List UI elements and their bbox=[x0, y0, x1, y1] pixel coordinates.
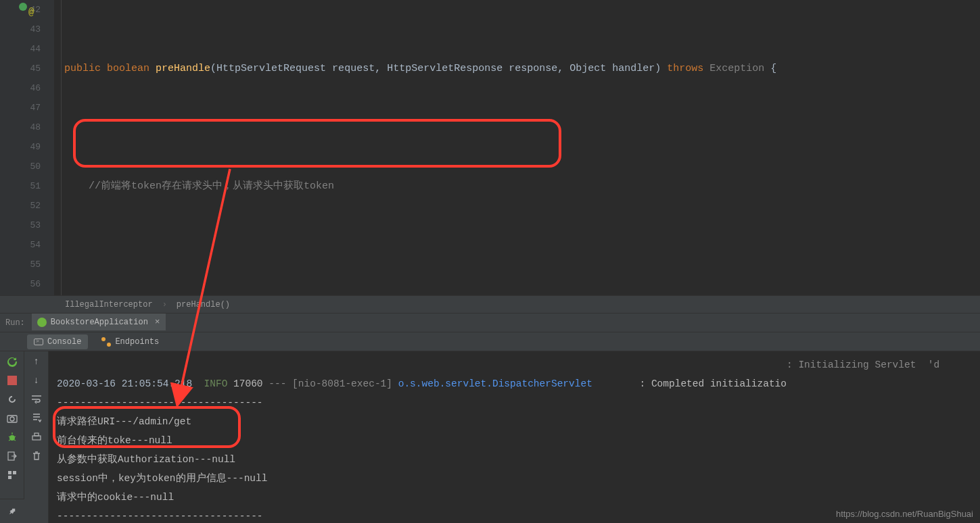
svg-rect-5 bbox=[8, 471, 11, 474]
tab-label: Endpoints bbox=[115, 337, 159, 347]
svg-rect-8 bbox=[32, 436, 41, 440]
breadcrumb: IllegalInterceptor › preHandle() bbox=[0, 295, 980, 314]
breadcrumb-method[interactable]: preHandle() bbox=[177, 300, 230, 309]
method-name: preHandle bbox=[156, 63, 210, 74]
breadcrumb-sep: › bbox=[162, 300, 167, 309]
run-label: Run: bbox=[5, 318, 25, 328]
tab-endpoints[interactable]: Endpoints bbox=[95, 334, 166, 349]
stop-icon[interactable] bbox=[6, 374, 18, 387]
log-param: 从参数中获取Authorization---null bbox=[57, 450, 972, 469]
gutter-line-42: @ 42 bbox=[0, 0, 41, 20]
restart-icon[interactable] bbox=[6, 393, 18, 405]
keyword: public bbox=[64, 63, 101, 74]
log-session: session中，key为token的用户信息---null bbox=[57, 469, 972, 488]
code-editor[interactable]: @ 42 43 44 45▸ 46 47 48 49 50 51 52 53 5… bbox=[0, 0, 980, 295]
console-panel: ↑ ↓ bbox=[0, 351, 980, 523]
params: (HttpServletRequest request, HttpServlet… bbox=[210, 63, 667, 74]
wrap-icon[interactable] bbox=[30, 393, 43, 405]
keyword: boolean bbox=[107, 63, 149, 74]
log-cookie: 请求中的cookie---null bbox=[57, 488, 972, 507]
tab-console[interactable]: Console bbox=[27, 334, 88, 349]
svg-rect-6 bbox=[13, 471, 16, 474]
svg-rect-0 bbox=[7, 376, 17, 385]
brace: { bbox=[770, 63, 776, 74]
endpoints-icon bbox=[101, 337, 111, 347]
gutter: @ 42 43 44 45▸ 46 47 48 49 50 51 52 53 5… bbox=[0, 0, 54, 295]
exception: Exception bbox=[703, 63, 770, 74]
console-toolbar: ↑ ↓ bbox=[24, 351, 49, 523]
rerun-icon[interactable] bbox=[6, 355, 18, 368]
trash-icon[interactable] bbox=[30, 450, 43, 462]
code-content[interactable]: public boolean preHandle(HttpServletRequ… bbox=[54, 0, 980, 295]
run-tab[interactable]: BookstoreApplication × bbox=[32, 314, 166, 332]
log-token: 前台传来的toke---null bbox=[57, 431, 972, 450]
close-icon[interactable]: × bbox=[155, 317, 160, 327]
run-header: Run: BookstoreApplication × bbox=[0, 314, 980, 332]
svg-rect-9 bbox=[34, 433, 39, 436]
scroll-end-icon[interactable] bbox=[30, 412, 43, 424]
keyword: throws bbox=[667, 63, 703, 74]
log-line: : Initializing Servlet 'd bbox=[57, 355, 972, 374]
comment: //前端将token存在请求头中，从请求头中获取token bbox=[89, 180, 334, 192]
breadcrumb-class[interactable]: IllegalInterceptor bbox=[65, 300, 153, 309]
layout-icon[interactable] bbox=[6, 469, 18, 481]
run-tab-label: BookstoreApplication bbox=[51, 318, 148, 327]
tool-tabs: Console Endpoints bbox=[0, 332, 980, 351]
print-icon[interactable] bbox=[30, 431, 43, 443]
svg-rect-7 bbox=[8, 476, 11, 479]
down-icon[interactable]: ↓ bbox=[30, 374, 43, 387]
log-uri: 请求路径URI---/admin/get bbox=[57, 412, 972, 431]
tab-label: Console bbox=[47, 337, 81, 347]
svg-point-3 bbox=[9, 435, 15, 441]
console-output[interactable]: : Initializing Servlet 'd2020-03-16 21:0… bbox=[49, 351, 980, 523]
console-icon bbox=[34, 339, 43, 345]
run-toolbar bbox=[0, 351, 24, 523]
log-sep2: ----------------------------------- bbox=[57, 507, 972, 523]
impl-icon bbox=[19, 3, 27, 11]
exit-icon[interactable] bbox=[6, 450, 18, 462]
log-sep: ----------------------------------- bbox=[57, 393, 972, 412]
bug-icon[interactable] bbox=[6, 431, 18, 443]
pin-icon[interactable] bbox=[0, 499, 24, 523]
svg-point-2 bbox=[10, 417, 14, 421]
watermark: https://blog.csdn.net/RuanBigShuai bbox=[836, 509, 973, 519]
spring-icon bbox=[37, 318, 47, 327]
up-icon[interactable]: ↑ bbox=[30, 355, 43, 368]
camera-icon[interactable] bbox=[6, 412, 18, 424]
log-line: 2020-03-16 21:05:54.218 INFO 17060 --- [… bbox=[57, 374, 972, 393]
